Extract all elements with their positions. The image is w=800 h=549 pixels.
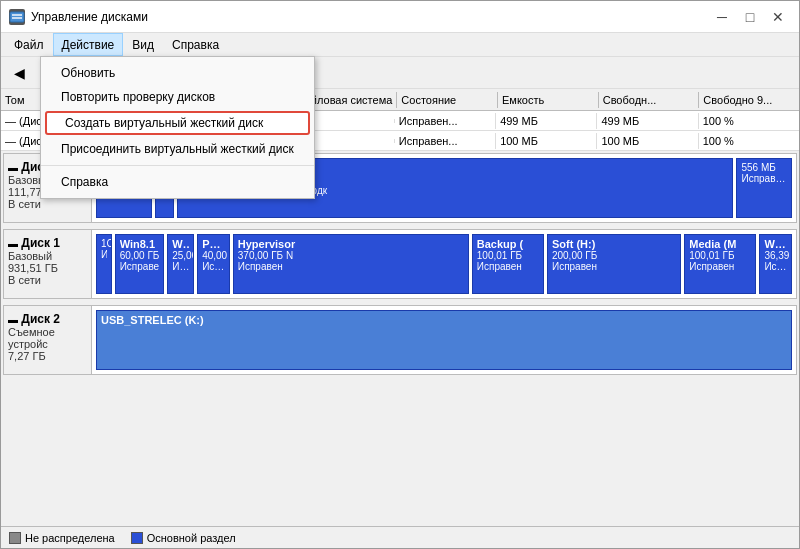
menu-create-vhd[interactable]: Создать виртуальный жесткий диск: [45, 111, 310, 135]
menu-help[interactable]: Справка: [163, 33, 228, 56]
disk1-part8[interactable]: Win10 ( 36,39 ГБ Исправен: [759, 234, 792, 294]
legend-unallocated: Не распределена: [9, 532, 115, 544]
row1-state: Исправен...: [395, 133, 496, 149]
disk1-part8-status: Исправен: [764, 261, 787, 272]
disk1-type: Базовый: [8, 250, 87, 262]
disk1-label: ▬ Диск 1 Базовый 931,51 ГБ В сети: [4, 230, 92, 298]
disk-panel-2: ▬ Диск 2 Съемное устройс 7,27 ГБ USB_STR…: [3, 305, 797, 375]
menu-help[interactable]: Справка: [41, 170, 314, 194]
disk2-partitions: USB_STRELEC (K:): [92, 306, 796, 374]
disk1-part7-name: Media (M: [689, 238, 751, 250]
disk1-part3-name: Portable: [202, 238, 225, 250]
menu-refresh[interactable]: Обновить: [41, 61, 314, 85]
menu-attach-vhd[interactable]: Присоединить виртуальный жесткий диск: [41, 137, 314, 161]
disk1-part6-status: Исправен: [552, 261, 676, 272]
disk1-part3-status: Исправе: [202, 261, 225, 272]
disk1-part6-size: 200,00 ГБ: [552, 250, 676, 261]
disk1-part4-status: Исправен: [238, 261, 464, 272]
disk2-label: ▬ Диск 2 Съемное устройс 7,27 ГБ: [4, 306, 92, 374]
disk1-part7-size: 100,01 ГБ: [689, 250, 751, 261]
maximize-button[interactable]: □: [737, 6, 763, 28]
menu-file[interactable]: Файл: [5, 33, 53, 56]
action-dropdown: Обновить Повторить проверку дисков Созда…: [40, 56, 315, 199]
disk1-part1-size: 60,00 ГБ: [120, 250, 160, 261]
disks-area[interactable]: ▬ Диск 0 Базовый 111,77 ГБ В сети 499 МБ…: [1, 151, 799, 526]
disk1-partitions: 1С И Win8.1 60,00 ГБ Исправе Work ( 25,0…: [92, 230, 796, 298]
disk1-part0[interactable]: 1С И: [96, 234, 112, 294]
disk1-part4-size: 370,00 ГБ N: [238, 250, 464, 261]
app-icon: [9, 9, 25, 25]
row1-capacity: 100 МБ: [496, 133, 597, 149]
window-controls: ─ □ ✕: [709, 6, 791, 28]
title-bar: Управление дисками ─ □ ✕: [1, 1, 799, 33]
disk1-part5-size: 100,01 ГБ: [477, 250, 539, 261]
disk0-part3-size: 556 МБ: [741, 162, 787, 173]
disk-panel-1: ▬ Диск 1 Базовый 931,51 ГБ В сети 1С И W…: [3, 229, 797, 299]
disk1-part8-name: Win10 (: [764, 238, 787, 250]
menu-action[interactable]: Действие: [53, 33, 124, 56]
menu-bar: Файл Действие Вид Справка: [1, 33, 799, 57]
close-button[interactable]: ✕: [765, 6, 791, 28]
disk1-part4-name: Hypervisor: [238, 238, 464, 250]
status-bar: Не распределена Основной раздел: [1, 526, 799, 548]
main-window: Управление дисками ─ □ ✕ Файл Действие В…: [0, 0, 800, 549]
disk1-part2-size: 25,00 ГБ: [172, 250, 189, 261]
disk1-part7-status: Исправен: [689, 261, 751, 272]
svg-rect-1: [12, 14, 22, 16]
legend-unalloc-box: [9, 532, 21, 544]
col-free: Свободн...: [599, 92, 700, 108]
disk2-part0[interactable]: USB_STRELEC (K:): [96, 310, 792, 370]
disk2-size: 7,27 ГБ: [8, 350, 87, 362]
disk1-part2-status: Исправе: [172, 261, 189, 272]
disk2-part0-name: USB_STRELEC (K:): [101, 314, 787, 326]
disk1-part1-name: Win8.1: [120, 238, 160, 250]
disk1-part1[interactable]: Win8.1 60,00 ГБ Исправе: [115, 234, 165, 294]
col-capacity: Емкость: [498, 92, 599, 108]
row0-capacity: 499 МБ: [496, 113, 597, 129]
window-title: Управление дисками: [31, 10, 709, 24]
disk1-part1-status: Исправе: [120, 261, 160, 272]
disk1-part8-size: 36,39 ГБ: [764, 250, 787, 261]
col-state: Состояние: [397, 92, 498, 108]
disk0-part3[interactable]: 556 МБ Исправен (Разде: [736, 158, 792, 218]
disk1-size: 931,51 ГБ: [8, 262, 87, 274]
disk1-part3[interactable]: Portable 40,00 ГБ Исправе: [197, 234, 230, 294]
disk1-part6[interactable]: Soft (H:) 200,00 ГБ Исправен: [547, 234, 681, 294]
minimize-button[interactable]: ─: [709, 6, 735, 28]
row1-free-pct: 100 %: [699, 133, 799, 149]
disk1-part2-name: Work (: [172, 238, 189, 250]
disk1-part5-status: Исправен: [477, 261, 539, 272]
disk1-part6-name: Soft (H:): [552, 238, 676, 250]
svg-rect-2: [12, 17, 22, 19]
disk1-part2[interactable]: Work ( 25,00 ГБ Исправе: [167, 234, 194, 294]
disk1-part0-size: 1С: [101, 238, 107, 249]
menu-divider: [41, 165, 314, 166]
legend-unalloc-label: Не распределена: [25, 532, 115, 544]
row0-free: 499 МБ: [597, 113, 698, 129]
disk2-icon-name: ▬ Диск 2: [8, 312, 87, 326]
disk1-part4[interactable]: Hypervisor 370,00 ГБ N Исправен: [233, 234, 469, 294]
disk0-part3-status: Исправен (Разде: [741, 173, 787, 184]
legend-primary-label: Основной раздел: [147, 532, 236, 544]
back-button[interactable]: ◀: [5, 60, 33, 86]
row1-free: 100 МБ: [597, 133, 698, 149]
disk1-part0-status: И: [101, 249, 107, 260]
row0-free-pct: 100 %: [699, 113, 799, 129]
disk1-part5-name: Backup (: [477, 238, 539, 250]
legend-primary-box: [131, 532, 143, 544]
disk1-part7[interactable]: Media (M 100,01 ГБ Исправен: [684, 234, 756, 294]
menu-rescan[interactable]: Повторить проверку дисков: [41, 85, 314, 109]
disk1-part3-size: 40,00 ГБ: [202, 250, 225, 261]
disk1-status: В сети: [8, 274, 87, 286]
menu-view[interactable]: Вид: [123, 33, 163, 56]
disk1-icon-name: ▬ Диск 1: [8, 236, 87, 250]
row0-state: Исправен...: [395, 113, 496, 129]
disk2-type: Съемное устройс: [8, 326, 87, 350]
col-free-pct: Свободно 9...: [699, 92, 799, 108]
disk0-status: В сети: [8, 198, 87, 210]
legend-primary: Основной раздел: [131, 532, 236, 544]
disk1-part5[interactable]: Backup ( 100,01 ГБ Исправен: [472, 234, 544, 294]
